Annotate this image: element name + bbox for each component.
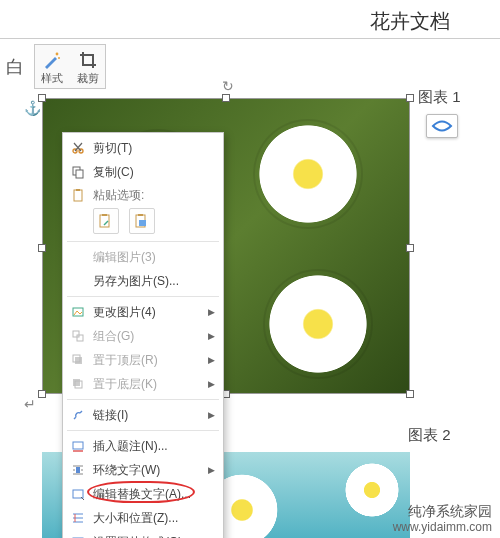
group-icon — [69, 327, 87, 345]
svg-rect-16 — [75, 357, 82, 364]
menu-wrap-text[interactable]: 环绕文字(W) ▶ — [63, 458, 223, 482]
svg-rect-22 — [76, 467, 80, 473]
menu-separator — [67, 399, 219, 400]
watermark-line1: 纯净系统家园 — [393, 503, 492, 520]
menu-bring-to-front: 置于顶层(R) ▶ — [63, 348, 223, 372]
menu-label: 粘贴选项: — [87, 187, 215, 204]
svg-rect-15 — [77, 335, 83, 341]
wand-icon — [41, 49, 63, 71]
paste-option-keep-source[interactable] — [93, 208, 119, 234]
menu-label: 设置图片格式(O)... — [87, 534, 215, 539]
ribbon: 白 样式 裁剪 — [6, 44, 106, 89]
svg-rect-14 — [73, 331, 79, 337]
selection-handle[interactable] — [406, 244, 414, 252]
menu-insert-caption[interactable]: 插入题注(N)... — [63, 434, 223, 458]
wrap-text-icon — [69, 461, 87, 479]
selection-handle[interactable] — [38, 390, 46, 398]
send-back-icon — [69, 375, 87, 393]
context-menu: 剪切(T) 复制(C) 粘贴选项: 编辑图片(3) 另存为图片(S)... 更改… — [62, 132, 224, 538]
alt-text-icon — [69, 485, 87, 503]
chevron-right-icon: ▶ — [208, 331, 215, 341]
menu-label: 编辑图片(3) — [87, 249, 215, 266]
menu-edit-alt-text[interactable]: 编辑替换文字(A)... — [63, 482, 223, 506]
picture-style-button[interactable]: 样式 — [41, 49, 63, 86]
paste-icon — [69, 186, 87, 204]
caption-icon — [69, 437, 87, 455]
menu-label: 编辑替换文字(A)... — [87, 486, 215, 503]
blank-icon — [69, 272, 87, 290]
menu-format-picture[interactable]: 设置图片格式(O)... — [63, 530, 223, 538]
document-title: 花卉文档 — [370, 8, 450, 35]
selection-handle[interactable] — [406, 94, 414, 102]
menu-paste-header: 粘贴选项: — [63, 184, 223, 206]
menu-label: 环绕文字(W) — [87, 462, 208, 479]
format-picture-icon — [69, 533, 87, 538]
menu-label: 另存为图片(S)... — [87, 273, 215, 290]
menu-send-to-back: 置于底层(K) ▶ — [63, 372, 223, 396]
svg-point-0 — [56, 53, 59, 56]
size-position-icon — [69, 509, 87, 527]
selection-handle[interactable] — [222, 94, 230, 102]
change-picture-icon — [69, 303, 87, 321]
svg-rect-9 — [102, 214, 107, 216]
menu-label: 链接(I) — [87, 407, 208, 424]
svg-rect-11 — [138, 214, 143, 216]
menu-separator — [67, 241, 219, 242]
flower-graphic — [263, 269, 373, 379]
chevron-right-icon: ▶ — [208, 465, 215, 475]
ribbon-crop-label: 裁剪 — [77, 71, 99, 86]
layout-options-button[interactable] — [426, 114, 458, 138]
menu-label: 剪切(T) — [87, 140, 215, 157]
menu-cut[interactable]: 剪切(T) — [63, 136, 223, 160]
menu-save-as-picture[interactable]: 另存为图片(S)... — [63, 269, 223, 293]
menu-label: 复制(C) — [87, 164, 215, 181]
chevron-right-icon: ▶ — [208, 355, 215, 365]
selection-handle[interactable] — [406, 390, 414, 398]
svg-rect-12 — [139, 220, 146, 226]
selection-handle[interactable] — [38, 244, 46, 252]
watermark-line2: www.yidaimm.com — [393, 520, 492, 534]
blank-icon — [69, 248, 87, 266]
caption-2: 图表 2 — [408, 426, 451, 445]
menu-separator — [67, 296, 219, 297]
menu-size-and-position[interactable]: 大小和位置(Z)... — [63, 506, 223, 530]
bring-front-icon — [69, 351, 87, 369]
menu-group: 组合(G) ▶ — [63, 324, 223, 348]
caption-1: 图表 1 — [418, 88, 461, 107]
menu-link[interactable]: 链接(I) ▶ — [63, 403, 223, 427]
menu-change-picture[interactable]: 更改图片(4) ▶ — [63, 300, 223, 324]
link-icon — [69, 406, 87, 424]
anchor-icon: ⚓ — [24, 100, 41, 116]
chevron-right-icon: ▶ — [208, 410, 215, 420]
menu-label: 置于顶层(R) — [87, 352, 208, 369]
svg-rect-18 — [73, 379, 80, 386]
header-rule — [0, 38, 500, 39]
svg-point-1 — [58, 57, 60, 59]
scissors-icon — [69, 139, 87, 157]
rotate-handle-icon[interactable]: ↻ — [222, 78, 234, 94]
crop-button[interactable]: 裁剪 — [77, 49, 99, 86]
flower-graphic — [253, 119, 363, 229]
chevron-right-icon: ▶ — [208, 379, 215, 389]
menu-label: 插入题注(N)... — [87, 438, 215, 455]
menu-label: 更改图片(4) — [87, 304, 208, 321]
svg-rect-5 — [76, 170, 83, 178]
watermark: 纯净系统家园 www.yidaimm.com — [393, 503, 492, 534]
menu-edit-picture: 编辑图片(3) — [63, 245, 223, 269]
menu-separator — [67, 430, 219, 431]
picture-tools-group: 样式 裁剪 — [34, 44, 106, 89]
menu-label: 大小和位置(Z)... — [87, 510, 215, 527]
paste-options-row — [63, 206, 223, 238]
svg-rect-20 — [73, 442, 83, 449]
chevron-right-icon: ▶ — [208, 307, 215, 317]
ribbon-style-label: 样式 — [41, 71, 63, 86]
menu-copy[interactable]: 复制(C) — [63, 160, 223, 184]
copy-icon — [69, 163, 87, 181]
crop-icon — [77, 49, 99, 71]
paste-option-picture[interactable] — [129, 208, 155, 234]
svg-rect-7 — [76, 189, 80, 191]
anchor-icon: ↵ — [24, 396, 36, 412]
menu-label: 置于底层(K) — [87, 376, 208, 393]
svg-rect-6 — [74, 190, 82, 201]
ribbon-label: 白 — [6, 55, 28, 79]
